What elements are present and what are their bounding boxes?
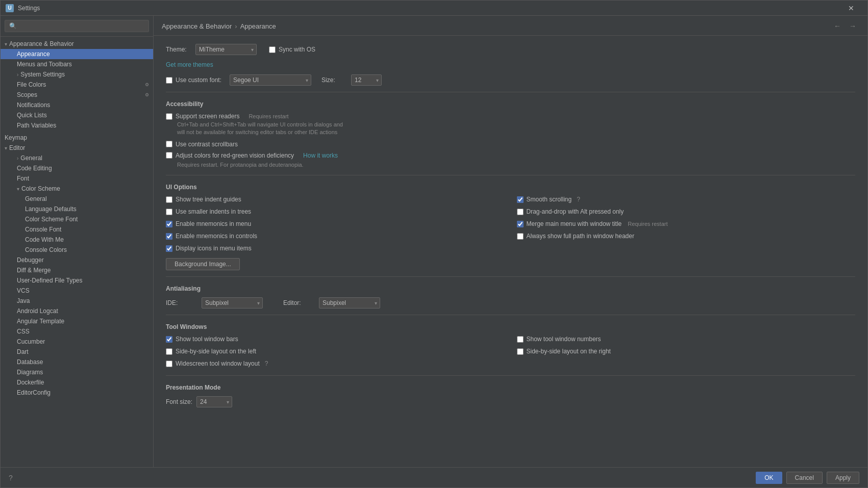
smooth-scrolling-help[interactable]: ? — [577, 196, 580, 203]
sidebar-item-language-defaults[interactable]: Language Defaults — [1, 204, 153, 214]
sidebar-item-system-settings[interactable]: › System Settings — [1, 69, 153, 80]
main-content: ▾ Appearance & Behavior Appearance Menus… — [1, 16, 867, 467]
sidebar-item-editor[interactable]: ▾ Editor — [1, 143, 153, 153]
sidebar-item-notifications[interactable]: Notifications — [1, 100, 153, 110]
always-show-full-path-checkbox[interactable] — [517, 233, 524, 240]
sidebar-item-angular-template[interactable]: Angular Template — [1, 316, 153, 326]
sidebar-item-console-font[interactable]: Console Font — [1, 224, 153, 235]
contrast-scrollbars-row: Use contrast scrollbars — [166, 141, 855, 148]
side-by-side-left-row: Side-by-side layout on the left — [166, 348, 505, 355]
separator-4 — [166, 315, 855, 315]
ide-label: IDE: — [166, 299, 191, 306]
sidebar-item-appearance[interactable]: Appearance — [1, 49, 153, 59]
font-size-select[interactable]: 12 8 10 14 16 — [351, 74, 382, 86]
show-tool-window-numbers-checkbox[interactable] — [517, 336, 524, 343]
ok-button[interactable]: OK — [756, 472, 782, 484]
sync-with-os-checkbox[interactable] — [269, 46, 276, 53]
sidebar-item-debugger[interactable]: Debugger — [1, 255, 153, 265]
sidebar-item-appearance-behavior[interactable]: ▾ Appearance & Behavior — [1, 39, 153, 49]
sidebar-item-color-scheme[interactable]: ▾ Color Scheme — [1, 184, 153, 194]
sidebar-item-code-editing[interactable]: Code Editing — [1, 163, 153, 173]
smaller-indents-checkbox[interactable] — [166, 209, 172, 215]
sidebar-item-css[interactable]: CSS — [1, 326, 153, 337]
font-select[interactable]: Segoe UI — [230, 74, 311, 86]
sidebar-item-diagrams[interactable]: Diagrams — [1, 367, 153, 377]
ui-options-grid: Show tree indent guides Smooth scrolling… — [166, 196, 855, 254]
sidebar-item-menus-toolbars[interactable]: Menus and Toolbars — [1, 59, 153, 69]
sidebar-item-dockerfile[interactable]: Dockerfile — [1, 377, 153, 388]
show-tool-window-bars-checkbox[interactable] — [166, 336, 172, 343]
sidebar-item-path-variables[interactable]: Path Variables — [1, 120, 153, 131]
search-input[interactable] — [5, 20, 149, 32]
ui-options-title: UI Options — [166, 184, 855, 191]
sidebar-item-general[interactable]: › General — [1, 153, 153, 163]
sidebar-item-file-colors[interactable]: File Colors ⚙ — [1, 80, 153, 90]
sidebar-item-user-defined-file-types[interactable]: User-Defined File Types — [1, 275, 153, 286]
separator-3 — [166, 276, 855, 277]
adjust-colors-checkbox[interactable] — [166, 152, 172, 159]
sidebar-item-scopes[interactable]: Scopes ⚙ — [1, 90, 153, 100]
smooth-scrolling-checkbox[interactable] — [517, 196, 524, 203]
get-more-themes-link[interactable]: Get more themes — [166, 61, 213, 68]
mnemonics-menu-label: Enable mnemonics in menu — [176, 220, 251, 227]
display-icons-label: Display icons in menu items — [176, 245, 252, 252]
use-custom-font-checkbox[interactable] — [166, 77, 172, 84]
cancel-button[interactable]: Cancel — [786, 472, 823, 484]
nav-arrows: ← → — [831, 21, 859, 31]
ide-antialiasing-wrapper: Subpixel Greyscale LCD None — [202, 297, 263, 309]
sidebar-item-database[interactable]: Database — [1, 357, 153, 367]
sidebar-item-console-colors[interactable]: Console Colors — [1, 245, 153, 255]
display-icons-checkbox[interactable] — [166, 245, 172, 252]
side-by-side-left-checkbox[interactable] — [166, 348, 172, 355]
sync-with-os-label: Sync with OS — [279, 46, 315, 53]
presentation-font-size-select[interactable]: 24 20 28 32 — [196, 396, 232, 407]
side-by-side-right-checkbox[interactable] — [517, 348, 524, 355]
sync-with-os-row[interactable]: Sync with OS — [269, 46, 315, 53]
use-contrast-scrollbars-checkbox[interactable] — [166, 141, 172, 147]
use-contrast-scrollbars-label: Use contrast scrollbars — [176, 141, 238, 148]
show-tree-indent-checkbox[interactable] — [166, 196, 172, 203]
separator-1 — [166, 92, 855, 92]
merge-requires-restart: Requires restart — [628, 221, 667, 227]
ide-antialiasing-select[interactable]: Subpixel Greyscale LCD None — [202, 297, 263, 309]
mnemonics-menu-checkbox[interactable] — [166, 221, 172, 227]
widescreen-layout-row: Widescreen tool window layout ? — [166, 360, 505, 367]
nav-back-button[interactable]: ← — [831, 21, 844, 31]
drag-drop-label: Drag-and-drop with Alt pressed only — [527, 208, 624, 215]
sidebar-item-quick-lists[interactable]: Quick Lists — [1, 110, 153, 120]
sidebar-item-diff-merge[interactable]: Diff & Merge — [1, 265, 153, 275]
mnemonics-controls-label: Enable mnemonics in controls — [176, 233, 257, 240]
close-button[interactable]: ✕ — [839, 1, 862, 16]
requires-restart-label: Requires restart — [249, 113, 288, 119]
nav-forward-button[interactable]: → — [846, 21, 859, 31]
widescreen-help[interactable]: ? — [265, 360, 268, 367]
background-image-button[interactable]: Background Image... — [166, 258, 240, 270]
support-screen-readers-checkbox[interactable] — [166, 113, 172, 120]
theme-select[interactable]: MiTheme Darcula IntelliJ Light High Cont… — [195, 44, 257, 55]
size-label: Size: — [321, 76, 347, 84]
show-tool-window-bars-label: Show tool window bars — [176, 336, 238, 343]
how-it-works-link[interactable]: How it works — [303, 152, 338, 159]
widescreen-layout-checkbox[interactable] — [166, 361, 172, 367]
help-icon[interactable]: ? — [9, 474, 13, 482]
sidebar-item-vcs[interactable]: VCS — [1, 286, 153, 296]
sidebar-item-android-logcat[interactable]: Android Logcat — [1, 306, 153, 316]
sidebar-item-editorconfig[interactable]: EditorConfig — [1, 388, 153, 398]
sidebar-item-dart[interactable]: Dart — [1, 347, 153, 357]
sidebar-item-color-scheme-font[interactable]: Color Scheme Font — [1, 214, 153, 224]
ctrl-tab-desc: Ctrl+Tab and Ctrl+Shift+Tab will navigat… — [177, 121, 855, 137]
sidebar-item-font[interactable]: Font — [1, 173, 153, 184]
search-box — [1, 16, 153, 37]
merge-main-menu-checkbox[interactable] — [517, 221, 524, 227]
mnemonics-controls-checkbox[interactable] — [166, 233, 172, 240]
sidebar-item-cucumber[interactable]: Cucumber — [1, 337, 153, 347]
sidebar-item-java[interactable]: Java — [1, 296, 153, 306]
sidebar-item-code-with-me[interactable]: Code With Me — [1, 235, 153, 245]
drag-drop-checkbox[interactable] — [517, 209, 524, 215]
sidebar-item-keymap[interactable]: Keymap — [1, 133, 153, 143]
editor-antialiasing-select[interactable]: Subpixel Greyscale LCD None — [319, 297, 380, 309]
custom-font-checkbox-row[interactable]: Use custom font: — [166, 76, 221, 84]
apply-button[interactable]: Apply — [827, 472, 859, 484]
sidebar-item-color-scheme-general[interactable]: General — [1, 194, 153, 204]
always-show-full-path-row: Always show full path in window header — [517, 233, 856, 240]
